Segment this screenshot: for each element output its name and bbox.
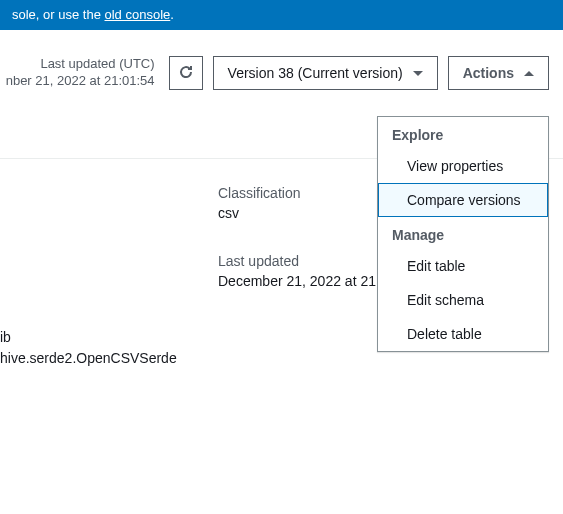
refresh-button[interactable] bbox=[169, 56, 203, 90]
refresh-icon bbox=[178, 64, 194, 83]
dropdown-item-delete-table[interactable]: Delete table bbox=[378, 317, 548, 351]
chevron-up-icon bbox=[524, 71, 534, 76]
info-banner: sole, or use the old console. bbox=[0, 0, 563, 30]
banner-text-prefix: sole, or use the bbox=[12, 7, 105, 22]
dropdown-item-view-properties[interactable]: View properties bbox=[378, 149, 548, 183]
dropdown-section-explore: Explore bbox=[378, 117, 548, 149]
version-select[interactable]: Version 38 (Current version) bbox=[213, 56, 438, 90]
dropdown-item-compare-versions[interactable]: Compare versions bbox=[378, 183, 548, 217]
actions-dropdown: Explore View properties Compare versions… bbox=[377, 116, 549, 352]
last-updated-value: nber 21, 2022 at 21:01:54 bbox=[6, 73, 155, 90]
dropdown-item-edit-schema[interactable]: Edit schema bbox=[378, 283, 548, 317]
banner-text-suffix: . bbox=[170, 7, 174, 22]
dropdown-item-edit-table[interactable]: Edit table bbox=[378, 249, 548, 283]
old-console-link[interactable]: old console bbox=[105, 7, 171, 22]
last-updated-block: Last updated (UTC) nber 21, 2022 at 21:0… bbox=[6, 56, 155, 90]
toolbar: Last updated (UTC) nber 21, 2022 at 21:0… bbox=[0, 30, 563, 102]
last-updated-label: Last updated (UTC) bbox=[6, 56, 155, 73]
actions-button-label: Actions bbox=[463, 65, 514, 81]
chevron-down-icon bbox=[413, 71, 423, 76]
dropdown-section-manage: Manage bbox=[378, 217, 548, 249]
version-select-label: Version 38 (Current version) bbox=[228, 65, 403, 81]
actions-button[interactable]: Actions bbox=[448, 56, 549, 90]
